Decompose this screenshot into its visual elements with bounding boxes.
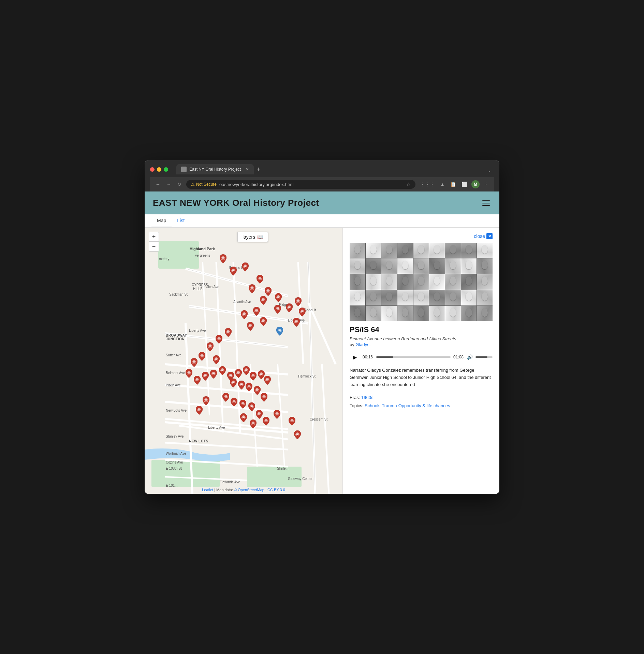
map-section[interactable]: Highland Park BROADWAYJUNCTION NEW LOTS … (145, 228, 342, 494)
address-bar[interactable]: ⚠ Not Secure eastnewyorkoralhistory.org/… (186, 180, 415, 189)
map-pin-52[interactable]: ((•)) (196, 406, 203, 415)
map-pin-33[interactable]: ((•)) (258, 370, 265, 379)
map-pin-20[interactable]: ((•)) (207, 342, 214, 351)
map-pin-35[interactable]: ((•)) (230, 379, 237, 387)
map-pin-14[interactable]: ((•)) (295, 297, 302, 306)
map-pin-1[interactable]: ((•)) (230, 267, 237, 275)
play-button[interactable]: ▶ (350, 352, 360, 362)
e101-label: E 101... (166, 484, 177, 487)
new-lots-ave-label: New Lots Ave (166, 409, 187, 412)
tab-overflow-button[interactable]: ⌄ (485, 167, 494, 174)
cast-icon[interactable]: ⬜ (460, 181, 469, 188)
osm-link[interactable]: © OpenStreetMap (234, 488, 264, 492)
map-pin-32[interactable]: ((•)) (250, 372, 257, 381)
map-pin-4[interactable]: ((•)) (249, 284, 255, 293)
map-pin-37[interactable]: ((•)) (246, 383, 252, 392)
map-pin-41[interactable]: ((•)) (231, 398, 237, 407)
bookmark-icon[interactable]: ☆ (406, 182, 411, 187)
cc-link[interactable]: CC BY 3.0 (267, 488, 285, 492)
map-pin-34[interactable]: ((•)) (264, 376, 271, 385)
map-pin-11[interactable]: ((•)) (260, 317, 267, 326)
map-pin-38[interactable]: ((•)) (254, 386, 261, 395)
map-pin-2[interactable]: ((•)) (242, 262, 249, 271)
back-button[interactable]: ← (154, 181, 162, 188)
map-pin-21[interactable]: ((•)) (213, 355, 220, 364)
map-pin-36[interactable]: ((•)) (238, 381, 245, 389)
forward-button[interactable]: → (165, 181, 173, 188)
map-pin-6[interactable]: ((•)) (260, 296, 267, 305)
tab-close-button[interactable]: ✕ (246, 167, 249, 172)
minimize-window-button[interactable] (157, 167, 161, 172)
hamburger-button[interactable] (481, 199, 491, 207)
map-pin-30[interactable]: ((•)) (235, 369, 242, 378)
map-pin-48[interactable]: ((•)) (274, 410, 280, 419)
map-pin-16[interactable]: ((•)) (293, 318, 300, 327)
svg-text:((•)): ((•)) (231, 269, 235, 272)
map-pin-31[interactable]: ((•)) (243, 366, 250, 375)
map-pin-22[interactable]: ((•)) (199, 352, 205, 361)
map-pin-12[interactable]: ((•)) (274, 305, 281, 314)
map-pin-17[interactable]: ((•)) (276, 327, 283, 336)
zoom-out-button[interactable]: − (149, 242, 159, 251)
map-pin-9[interactable]: ((•)) (241, 310, 248, 319)
tab-list[interactable]: List (172, 214, 190, 227)
map-pin-25[interactable]: ((•)) (194, 376, 201, 385)
map-pin-23[interactable]: ((•)) (191, 358, 197, 367)
close-window-button[interactable] (150, 167, 155, 172)
map-pin-28[interactable]: ((•)) (219, 366, 226, 375)
stanley-ave-label: Stanley Ave (166, 435, 184, 438)
tab-navigation: Map List (145, 214, 499, 228)
audio-player: ▶ 00:16 01:08 🔊 (350, 352, 493, 362)
svg-text:((•)): ((•)) (239, 383, 244, 386)
map-pin-49[interactable]: ((•)) (289, 417, 295, 426)
map-pin-13[interactable]: ((•)) (286, 303, 293, 312)
layers-button[interactable]: layers 📖 (237, 232, 268, 242)
topic-link-0[interactable]: Schools (365, 403, 380, 408)
extensions-button[interactable]: ⋮⋮⋮ (419, 181, 436, 188)
browser-tab[interactable]: East NY Oral History Project ✕ (176, 164, 254, 174)
map-pin-40[interactable]: ((•)) (222, 393, 229, 402)
topic-link-1[interactable]: Trauma (382, 403, 397, 408)
tab-map[interactable]: Map (151, 214, 172, 227)
map-pin-0[interactable]: ((•)) (220, 254, 226, 263)
map-pin-46[interactable]: ((•)) (250, 420, 257, 428)
volume-bar[interactable] (475, 356, 493, 358)
map-pin-24[interactable]: ((•)) (186, 369, 192, 378)
new-tab-button[interactable]: + (254, 165, 263, 174)
map-pin-3[interactable]: ((•)) (257, 275, 263, 284)
map-pin-18[interactable]: ((•)) (225, 328, 232, 337)
flatlands-label: Flatlands Ave (220, 480, 240, 484)
volume-icon[interactable]: 🔊 (467, 354, 473, 360)
map-pin-26[interactable]: ((•)) (202, 372, 209, 381)
era-link[interactable]: 1960s (361, 395, 373, 400)
refresh-button[interactable]: ↻ (176, 181, 183, 188)
site-header: EAST NEW YORK Oral History Project (145, 191, 499, 214)
maximize-window-button[interactable] (164, 167, 168, 172)
map-pin-10[interactable]: ((•)) (247, 322, 254, 331)
map-pin-15[interactable]: ((•)) (299, 308, 306, 316)
progress-bar[interactable] (376, 356, 451, 358)
clipboard-icon[interactable]: 📋 (449, 181, 457, 188)
zoom-in-button[interactable]: + (149, 232, 159, 242)
leaflet-link[interactable]: Leaflet (202, 488, 213, 492)
map-pin-39[interactable]: ((•)) (261, 393, 267, 402)
map-pin-8[interactable]: ((•)) (253, 307, 260, 316)
narrator-link[interactable]: Gladys (355, 342, 369, 347)
map-pin-47[interactable]: ((•)) (263, 417, 269, 426)
map-pin-45[interactable]: ((•)) (240, 413, 247, 422)
photo-cell (397, 306, 413, 321)
close-button[interactable]: close ✕ (350, 233, 493, 239)
map-pin-42[interactable]: ((•)) (239, 400, 246, 409)
menu-button[interactable]: ⋮ (482, 181, 490, 188)
profile-avatar[interactable]: M (471, 180, 480, 188)
map-pin-19[interactable]: ((•)) (216, 335, 222, 344)
map-pin-5[interactable]: ((•)) (265, 287, 272, 296)
map-pin-27[interactable]: ((•)) (210, 370, 217, 379)
topic-link-2[interactable]: Opportunity & life chances (398, 403, 450, 408)
map-pin-43[interactable]: ((•)) (248, 402, 255, 411)
map-pin-50[interactable]: ((•)) (294, 430, 301, 439)
map-pin-44[interactable]: ((•)) (256, 410, 263, 419)
map-pin-51[interactable]: ((•)) (203, 396, 209, 405)
drive-icon[interactable]: ▲ (439, 181, 446, 188)
map-pin-7[interactable]: ((•)) (275, 293, 282, 302)
